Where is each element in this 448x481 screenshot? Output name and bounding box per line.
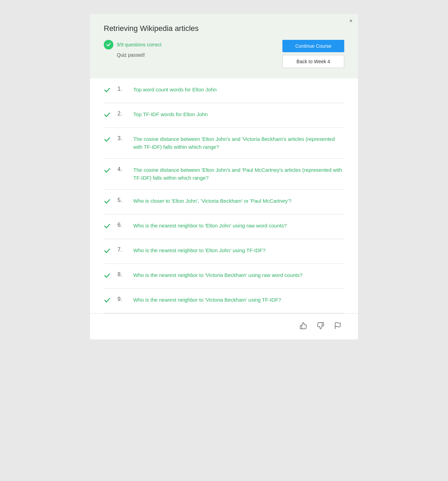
question-number: 3. [117, 135, 128, 142]
continue-course-button[interactable]: Continue Course [282, 40, 344, 52]
question-text: The cosine distance between 'Elton John'… [133, 135, 344, 151]
footer-area [90, 313, 358, 339]
question-item: 9.Who is the nearest neighbor to 'Victor… [104, 289, 344, 313]
question-item: 1.Top word count words for Elton John [104, 78, 344, 103]
question-check-mark [104, 297, 112, 305]
flag-icon [334, 322, 341, 329]
question-number: 2. [117, 111, 128, 117]
question-text: Who is the nearest neighbor to 'Elton Jo… [133, 247, 266, 255]
question-number: 1. [117, 86, 128, 92]
flag-button[interactable] [331, 321, 344, 333]
score-row: 9/9 questions correct [104, 40, 161, 49]
question-number: 4. [117, 166, 128, 172]
question-text: Who is closer to 'Elton John', 'Victoria… [133, 197, 291, 205]
quiz-passed-text: Quiz passed! [117, 52, 161, 58]
question-check-mark [104, 87, 112, 95]
question-text: Top word count words for Elton John [133, 86, 217, 94]
question-text: Who is the nearest neighbor to 'Elton Jo… [133, 222, 287, 230]
close-button[interactable]: × [349, 18, 352, 24]
question-number: 8. [117, 271, 128, 278]
question-text: Who is the nearest neighbor to 'Victoria… [133, 271, 302, 279]
question-text: Who is the nearest neighbor to 'Victoria… [133, 296, 281, 304]
thumbs-down-button[interactable] [314, 321, 327, 333]
score-text: 9/9 questions correct [117, 42, 161, 47]
question-item: 4.The cosine distance between 'Elton Joh… [104, 159, 344, 190]
question-check-mark [104, 223, 112, 231]
question-check-mark [104, 247, 112, 256]
back-to-week-button[interactable]: Back to Week 4 [282, 55, 344, 68]
question-number: 7. [117, 247, 128, 253]
question-text: Top TF-IDF words for Elton John [133, 111, 208, 119]
quiz-header: × Retrieving Wikipedia articles 9/9 ques… [90, 14, 358, 78]
question-number: 9. [117, 296, 128, 302]
thumbs-down-icon [317, 322, 324, 329]
question-text: The cosine distance between 'Elton John'… [133, 166, 344, 182]
question-item: 5.Who is closer to 'Elton John', 'Victor… [104, 190, 344, 214]
question-number: 6. [117, 222, 128, 228]
question-item: 2.Top TF-IDF words for Elton John [104, 103, 344, 128]
quiz-meta: 9/9 questions correct Quiz passed! Conti… [104, 40, 344, 68]
quiz-title: Retrieving Wikipedia articles [104, 24, 344, 33]
question-check-mark [104, 167, 112, 176]
question-check-mark [104, 136, 112, 145]
thumbs-up-icon [300, 322, 307, 329]
question-number: 5. [117, 197, 128, 203]
question-item: 3.The cosine distance between 'Elton Joh… [104, 128, 344, 159]
question-check-mark [104, 272, 112, 281]
questions-container: 1.Top word count words for Elton John2.T… [90, 78, 358, 313]
question-check-mark [104, 111, 112, 120]
question-item: 7.Who is the nearest neighbor to 'Elton … [104, 239, 344, 264]
question-item: 8.Who is the nearest neighbor to 'Victor… [104, 264, 344, 289]
page-container: × Retrieving Wikipedia articles 9/9 ques… [90, 14, 358, 467]
score-check-circle [104, 40, 113, 49]
question-check-mark [104, 198, 112, 206]
quiz-actions: Continue Course Back to Week 4 [282, 40, 344, 68]
question-item: 6.Who is the nearest neighbor to 'Elton … [104, 214, 344, 239]
quiz-score-area: 9/9 questions correct Quiz passed! [104, 40, 161, 58]
thumbs-up-button[interactable] [297, 321, 310, 333]
